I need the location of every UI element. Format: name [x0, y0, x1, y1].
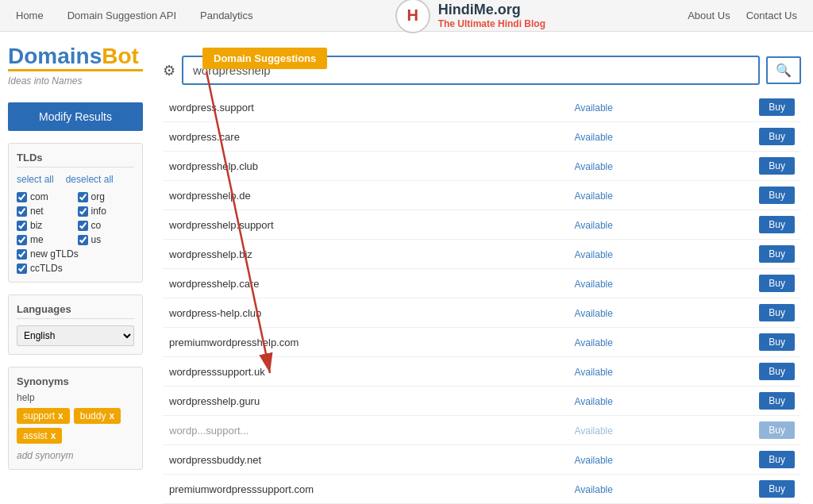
modify-results-button[interactable]: Modify Results	[8, 102, 143, 131]
app-logo: DomainsBot Ideas into Names	[8, 44, 143, 87]
buy-button[interactable]: Buy	[759, 128, 795, 145]
tld-grid: com org net info	[17, 191, 134, 274]
tld-newtlds-checkbox[interactable]	[17, 249, 27, 260]
add-synonym-input[interactable]: add synonym	[17, 450, 134, 461]
status-badge: Available	[574, 102, 612, 113]
search-button[interactable]: 🔍	[766, 56, 801, 84]
language-select[interactable]: English Hindi Spanish	[17, 325, 134, 346]
buy-button[interactable]: Buy	[759, 304, 795, 321]
table-row: wordpresshelp.guru Available Buy	[163, 387, 801, 416]
tld-net: net	[17, 206, 74, 217]
tld-us-checkbox[interactable]	[78, 235, 88, 245]
buy-button[interactable]: Buy	[759, 275, 795, 292]
domain-name: wordp...support...	[169, 425, 249, 437]
buy-button[interactable]: Buy	[759, 392, 795, 410]
settings-icon[interactable]: ⚙	[163, 62, 175, 79]
tld-cctlds: ccTLDs	[17, 263, 134, 274]
tlds-section: TLDs select all deselect all com org	[8, 143, 143, 283]
domain-name: premiumwordpresssupport.com	[169, 483, 314, 495]
nav-home[interactable]: Home	[16, 10, 44, 21]
synonym-base-word: help	[17, 392, 134, 403]
synonyms-title: Synonyms	[17, 375, 134, 387]
domain-name: wordpresshelp.de	[169, 190, 251, 202]
results-table: wordpress.support Available Buy wordpres…	[163, 93, 801, 504]
table-row: premiumwordpresshelp.com Available Buy	[163, 328, 801, 357]
syn-tag-assist[interactable]: assist x	[17, 428, 62, 444]
tld-net-checkbox[interactable]	[17, 206, 27, 217]
tld-info: info	[78, 206, 135, 217]
table-row: wordpressbuddy.net Available Buy	[163, 445, 801, 475]
syn-tag-buddy[interactable]: buddy x	[74, 408, 121, 424]
nav-contact[interactable]: Contact Us	[746, 10, 797, 21]
domain-name: wordpresshelp.care	[169, 278, 259, 290]
domain-name: wordpresshelp.guru	[169, 395, 260, 407]
domain-suggestions-badge: Domain Suggestions	[202, 48, 327, 69]
site-tagline: The Ultimate Hindi Blog	[438, 18, 545, 29]
status-badge: Available	[574, 396, 612, 407]
logo-domains: Domains	[8, 44, 102, 68]
table-row: wordpress-help.club Available Buy	[163, 298, 801, 328]
tld-cctlds-checkbox[interactable]	[17, 264, 27, 274]
tld-co-checkbox[interactable]	[78, 221, 88, 231]
table-row: wordpress.care Available Buy	[163, 122, 801, 152]
tld-me: me	[17, 234, 74, 245]
nav-about[interactable]: About Us	[688, 10, 730, 21]
domain-name: wordpress.support	[169, 102, 254, 113]
syn-tag-support[interactable]: support x	[17, 408, 70, 424]
tld-org: org	[78, 191, 135, 202]
buy-button[interactable]: Buy	[759, 187, 795, 204]
languages-section: Languages English Hindi Spanish	[8, 294, 143, 355]
tld-biz-checkbox[interactable]	[17, 221, 27, 231]
domain-name: wordpress-help.club	[169, 307, 261, 319]
status-badge: Available	[574, 132, 612, 143]
buy-button[interactable]: Buy	[759, 451, 795, 468]
buy-button[interactable]: Buy	[759, 480, 795, 498]
buy-button[interactable]: Buy	[759, 157, 795, 175]
tld-com: com	[17, 191, 74, 202]
buy-button[interactable]: Buy	[759, 363, 795, 380]
domain-name: wordpresssupport.uk	[169, 366, 265, 378]
table-row: wordpresssupport.uk Available Buy	[163, 357, 801, 387]
tld-me-checkbox[interactable]	[17, 235, 27, 245]
status-badge: Available	[574, 455, 612, 466]
sidebar: DomainsBot Ideas into Names Modify Resul…	[0, 32, 151, 504]
main-content: Domain Suggestions ⚙ 🔍 wordpress.support…	[151, 32, 813, 504]
site-logo: H	[395, 0, 430, 33]
tld-info-checkbox[interactable]	[78, 206, 88, 217]
status-badge: Available	[574, 190, 612, 202]
tld-org-checkbox[interactable]	[78, 192, 88, 202]
table-row: wordpresshelp.club Available Buy	[163, 152, 801, 181]
tld-com-checkbox[interactable]	[17, 192, 27, 202]
nav-domain-api[interactable]: Domain Suggestion API	[67, 10, 176, 21]
tld-us: us	[78, 234, 135, 245]
domain-name: wordpresshelp.club	[169, 160, 258, 172]
select-all-link[interactable]: select all	[17, 174, 54, 185]
status-badge: Available	[574, 308, 612, 319]
table-row: wordpress.support Available Buy	[163, 93, 801, 122]
deselect-all-link[interactable]: deselect all	[66, 174, 114, 185]
table-row: premiumwordpresssupport.com Available Bu…	[163, 475, 801, 504]
status-badge: Available	[574, 220, 612, 231]
table-row: wordpresshelp.de Available Buy	[163, 181, 801, 210]
synonym-tags: support x buddy x assist x	[17, 408, 134, 444]
buy-button[interactable]: Buy	[759, 333, 795, 351]
nav-pandalytics[interactable]: Pandalytics	[200, 10, 252, 21]
buy-button[interactable]: Buy	[759, 216, 795, 233]
domain-name: wordpressbuddy.net	[169, 454, 261, 466]
synonyms-section: Synonyms help support x buddy x assist x…	[8, 367, 143, 470]
table-row: wordpresshelp.support Available Buy	[163, 210, 801, 240]
buy-button[interactable]: Buy	[759, 245, 795, 263]
status-badge: Available	[574, 367, 612, 378]
table-row: wordpresshelp.biz Available Buy	[163, 240, 801, 269]
table-row: wordpresshelp.care Available Buy	[163, 269, 801, 298]
logo-tagline: Ideas into Names	[8, 75, 82, 87]
tld-biz: biz	[17, 220, 74, 231]
logo-bot: Bot	[102, 44, 139, 68]
tld-co: co	[78, 220, 135, 231]
buy-button[interactable]: Buy	[759, 98, 795, 116]
buy-button[interactable]: Buy	[759, 421, 795, 439]
navbar: Home Domain Suggestion API Pandalytics H…	[0, 0, 813, 32]
tlds-title: TLDs	[17, 152, 134, 167]
status-badge: Available	[574, 425, 612, 437]
table-row: wordp...support... Available Buy	[163, 416, 801, 445]
